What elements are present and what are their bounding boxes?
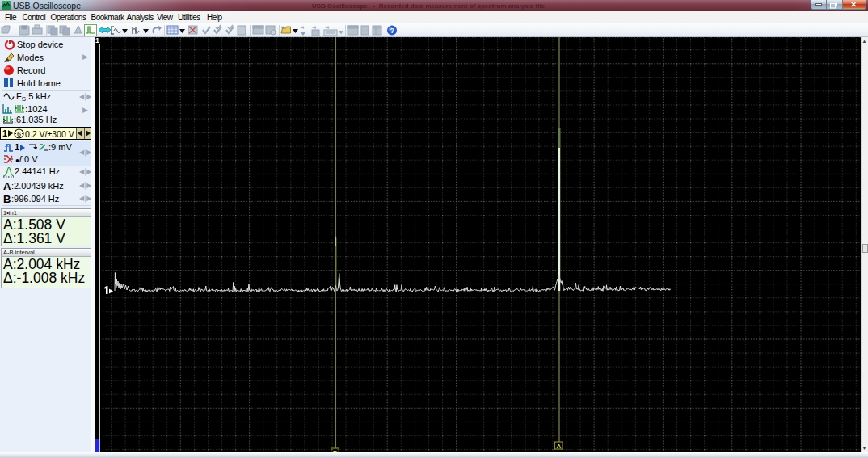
- svg-text:⇉: ⇉: [300, 25, 304, 30]
- svg-text:A: A: [557, 443, 562, 450]
- svg-text:?: ?: [390, 27, 395, 35]
- svg-text:⇉: ⇉: [312, 25, 316, 30]
- svg-text:6: 6: [17, 130, 21, 138]
- svg-text:⇉: ⇉: [325, 25, 329, 30]
